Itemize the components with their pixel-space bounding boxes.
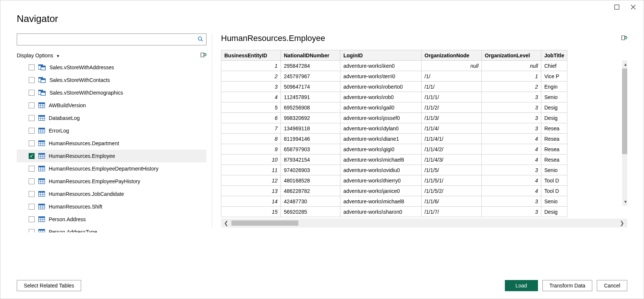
table-cell: /1/1/2/ (422, 102, 482, 113)
table-cell: adventure-works\michael6 (340, 155, 422, 165)
column-header[interactable]: NationalIDNumber (281, 50, 340, 61)
table-cell: 134969118 (281, 123, 340, 134)
tree-item-checkbox[interactable] (29, 178, 35, 184)
table-row[interactable]: 1556920285adventure-works\sharon0/1/1/7/… (221, 207, 567, 217)
tree-item-label: Person.Address (49, 216, 86, 222)
tree-item-checkbox[interactable] (29, 166, 35, 172)
table-row[interactable]: 4112457891adventure-works\rob0/1/1/1/3Se… (221, 92, 567, 102)
tree-item-checkbox[interactable] (29, 191, 35, 197)
svg-rect-30 (39, 141, 45, 142)
tree-item[interactable]: Sales.vStoreWithAddresses (17, 61, 206, 74)
cancel-button[interactable]: Cancel (597, 280, 627, 291)
table-cell: 998320692 (281, 113, 340, 123)
svg-rect-55 (39, 204, 45, 206)
select-related-tables-button[interactable]: Select Related Tables (17, 280, 81, 291)
table-row[interactable]: 2245797967adventure-works\terri0/1/1Vice… (221, 71, 567, 82)
table-cell: 658797903 (281, 144, 340, 155)
grid-horizontal-scrollbar[interactable]: ❮ ❯ (221, 219, 627, 228)
transform-data-button[interactable]: Transform Data (542, 280, 593, 291)
table-row[interactable]: 12480168528adventure-works\thierry0/1/1/… (221, 175, 567, 186)
vscroll-thumb[interactable] (622, 69, 627, 154)
table-row[interactable]: 3509647174adventure-works\roberto0/1/1/2… (221, 82, 567, 92)
table-row[interactable]: 6998320692adventure-works\jossef0/1/1/3/… (221, 113, 567, 123)
hscroll-thumb[interactable] (231, 220, 298, 226)
tree-item-checkbox[interactable] (29, 229, 35, 232)
tree-item[interactable]: Sales.vStoreWithContacts (17, 74, 206, 86)
maximize-button[interactable] (613, 3, 621, 11)
grid-vertical-scrollbar[interactable]: ▴ ▾ (622, 60, 627, 206)
close-button[interactable] (629, 3, 637, 11)
tree-item[interactable]: DatabaseLog (17, 112, 206, 124)
table-cell: /1/1/4/ (422, 123, 482, 134)
tree-item-label: HumanResources.EmployeeDepartmentHistory (49, 166, 158, 172)
scroll-up-arrow[interactable]: ▴ (622, 60, 627, 69)
tree-item[interactable]: ErrorLog (17, 124, 206, 137)
tree-item-checkbox[interactable] (29, 90, 35, 96)
table-row[interactable]: 5695256908adventure-works\gail0/1/1/2/3D… (221, 102, 567, 113)
tree-item-checkbox[interactable] (29, 204, 35, 210)
svg-rect-60 (39, 217, 45, 218)
column-header[interactable]: OrganizationLevel (482, 50, 541, 61)
table-cell: adventure-works\dylan0 (340, 123, 422, 134)
tree-item[interactable]: Sales.vStoreWithDemographics (17, 86, 206, 99)
column-header[interactable]: BusinessEntityID (221, 50, 281, 61)
table-row[interactable]: 8811994146adventure-works\diane1/1/1/4/1… (221, 134, 567, 144)
tree-item-checkbox[interactable] (29, 216, 35, 222)
table-cell: 4 (221, 92, 281, 102)
svg-rect-65 (39, 229, 45, 231)
table-row[interactable]: 1442487730adventure-works\michael8/1/1/6… (221, 196, 567, 207)
tree-item[interactable]: HumanResources.Employee (17, 150, 206, 162)
table-cell: null (422, 61, 482, 71)
table-row[interactable]: 10879342154adventure-works\michael6/1/1/… (221, 155, 567, 165)
table-cell: adventure-works\diane1 (340, 134, 422, 144)
table-cell: 2 (482, 82, 541, 92)
navigator-tree[interactable]: Sales.vStoreWithAddressesSales.vStoreWit… (17, 61, 206, 232)
tree-item[interactable]: AWBuildVersion (17, 99, 206, 112)
search-input-container[interactable] (17, 34, 206, 45)
tree-item-checkbox[interactable] (29, 64, 35, 70)
tree-item[interactable]: Person.Address (17, 213, 206, 226)
table-cell: 2 (221, 71, 281, 82)
table-row[interactable]: 11974026903adventure-works\ovidiu0/1/1/5… (221, 165, 567, 175)
tree-item-label: Sales.vStoreWithAddresses (49, 64, 114, 70)
search-icon[interactable] (195, 36, 206, 43)
tree-item[interactable]: HumanResources.Shift (17, 200, 206, 213)
table-row[interactable]: 7134969118adventure-works\dylan0/1/1/4/3… (221, 123, 567, 134)
load-button[interactable]: Load (505, 280, 538, 291)
tree-item[interactable]: HumanResources.EmployeeDepartmentHistory (17, 162, 206, 175)
display-options-dropdown[interactable]: Display Options ▼ (17, 53, 60, 58)
column-header[interactable]: LoginID (340, 50, 422, 61)
tree-item-checkbox[interactable] (29, 140, 35, 146)
column-header[interactable]: JobTitle (541, 50, 567, 61)
table-row[interactable]: 13486228782adventure-works\janice0/1/1/5… (221, 186, 567, 196)
table-cell: adventure-works\gail0 (340, 102, 422, 113)
tree-item[interactable]: HumanResources.Department (17, 137, 206, 150)
tree-item-checkbox[interactable] (29, 102, 35, 108)
tree-item[interactable]: Person.AddressType (17, 226, 206, 232)
table-cell: /1/1/6/ (422, 196, 482, 207)
tree-item[interactable]: HumanResources.JobCandidate (17, 188, 206, 200)
svg-rect-20 (39, 115, 45, 117)
tree-item-checkbox[interactable] (29, 77, 35, 83)
refresh-icon[interactable] (200, 52, 206, 59)
column-header[interactable]: OrganizationNode (422, 50, 482, 61)
scroll-left-arrow[interactable]: ❮ (221, 220, 231, 226)
tree-item[interactable]: HumanResources.EmployeePayHistory (17, 175, 206, 188)
table-cell: 3 (482, 102, 541, 113)
scroll-right-arrow[interactable]: ❯ (617, 220, 627, 226)
table-cell: 10 (221, 155, 281, 165)
tree-item-checkbox[interactable] (29, 128, 35, 134)
table-cell: 56920285 (281, 207, 340, 217)
scroll-down-arrow[interactable]: ▾ (622, 198, 627, 206)
preview-title: HumanResources.Employee (221, 34, 325, 43)
table-cell: 14 (221, 196, 281, 207)
tree-item-checkbox[interactable] (29, 153, 35, 159)
preview-refresh-icon[interactable] (621, 35, 627, 42)
table-cell: 13 (221, 186, 281, 196)
table-row[interactable]: 1295847284adventure-works\ken0nullnullCh… (221, 61, 567, 71)
search-input[interactable] (17, 36, 195, 42)
tree-item-checkbox[interactable] (29, 115, 35, 121)
table-cell: Tool D (541, 186, 567, 196)
svg-rect-5 (41, 66, 45, 67)
table-row[interactable]: 9658797903adventure-works\gigi0/1/1/4/2/… (221, 144, 567, 155)
